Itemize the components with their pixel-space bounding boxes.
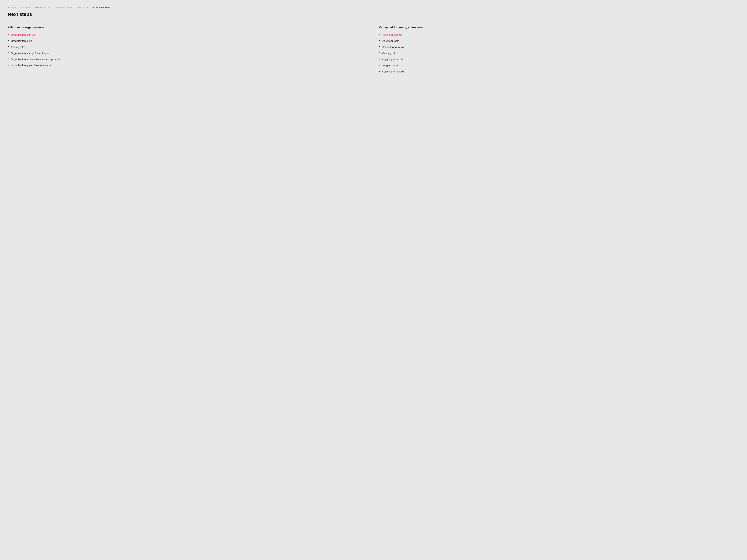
- list-item[interactable]: Organisation sign up: [8, 33, 368, 36]
- list-item-label: Organisation grants/rejects awards: [11, 63, 51, 67]
- list-item-label: Organisation sign up: [11, 33, 35, 36]
- arrow-icon: [8, 64, 9, 66]
- arrow-icon: [8, 46, 9, 48]
- list-item-label: Applying for awards: [382, 70, 405, 73]
- list-item[interactable]: Searching for a role: [379, 45, 739, 49]
- inspired-column-title: V•Inspired for young volunteers: [379, 26, 739, 29]
- breadcrumb-item-launch: LAUNCH & LEARN: [92, 6, 110, 8]
- breadcrumb-sep-4: |: [75, 6, 75, 8]
- arrow-icon: [8, 52, 9, 54]
- list-item-label: Organisation login: [11, 39, 32, 43]
- arrow-icon: [379, 40, 380, 42]
- arrow-icon: [379, 46, 380, 48]
- breadcrumb-item-detailed: DETAILED DESIGN: [55, 6, 74, 8]
- list-item-label: Adding roles: [11, 45, 25, 49]
- list-item-label: Applying for a role: [382, 57, 403, 61]
- arrow-icon: [379, 34, 380, 35]
- list-item[interactable]: Organisation login: [8, 39, 368, 43]
- arrow-icon: [379, 70, 380, 72]
- inspired-column: V•Inspired for young volunteers Voluntee…: [379, 26, 739, 73]
- list-item-label: Organisation accept / reject apps: [11, 51, 49, 55]
- arrow-icon: [8, 34, 9, 35]
- arrow-icon: [379, 64, 380, 66]
- breadcrumb-item-concept: CONCEPT & TEST: [34, 6, 52, 8]
- list-item-label: Viewing roles: [382, 51, 397, 55]
- list-item-label: Organisation applies to be awards provid…: [11, 57, 61, 61]
- list-item[interactable]: Volunteer login: [379, 39, 739, 43]
- list-item-label: Searching for a role: [382, 45, 405, 49]
- arrow-icon: [8, 58, 9, 60]
- list-item[interactable]: Viewing roles: [379, 51, 739, 55]
- list-item-label: Volunteer sign up: [382, 33, 402, 36]
- list-item[interactable]: Adding roles: [8, 45, 368, 49]
- admin-list: Organisation sign up Organisation login …: [8, 33, 368, 67]
- content-grid: V•Admin for organisations Organisation s…: [8, 26, 739, 73]
- admin-column-title: V•Admin for organisations: [8, 26, 368, 29]
- breadcrumb-item-discover: DISCOVER: [20, 6, 30, 8]
- breadcrumb-sep-1: |: [18, 6, 18, 8]
- arrow-icon: [8, 40, 9, 42]
- list-item[interactable]: Volunteer sign up: [379, 33, 739, 36]
- breadcrumb-item-build: BUILD & QA: [77, 6, 88, 8]
- list-item-label: Volunteer login: [382, 39, 399, 43]
- inspired-list: Volunteer sign up Volunteer login Search…: [379, 33, 739, 73]
- breadcrumb-sep-2: |: [32, 6, 32, 8]
- list-item[interactable]: Organisation accept / reject apps: [8, 51, 368, 55]
- list-item[interactable]: Organisation applies to be awards provid…: [8, 57, 368, 61]
- breadcrumb-item-initiate: INITIATE: [8, 6, 16, 8]
- list-item[interactable]: Applying for awards: [379, 70, 739, 73]
- arrow-icon: [379, 52, 380, 54]
- list-item[interactable]: Organisation grants/rejects awards: [8, 63, 368, 67]
- list-item[interactable]: Logging hours: [379, 63, 739, 67]
- list-item-label: Logging hours: [382, 63, 398, 67]
- admin-column: V•Admin for organisations Organisation s…: [8, 26, 368, 73]
- breadcrumb-sep-5: |: [90, 6, 91, 8]
- breadcrumb: INITIATE | DISCOVER | CONCEPT & TEST | D…: [8, 6, 739, 8]
- arrow-icon: [379, 58, 380, 60]
- page-title: Next steps: [8, 11, 739, 17]
- breadcrumb-sep-3: |: [53, 6, 54, 8]
- list-item[interactable]: Applying for a role: [379, 57, 739, 61]
